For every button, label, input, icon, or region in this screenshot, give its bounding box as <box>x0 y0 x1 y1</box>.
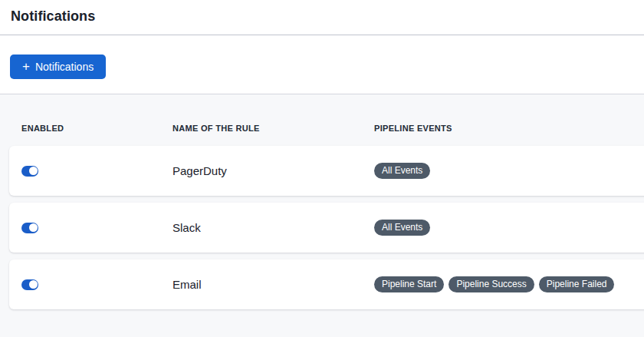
toolbar: + Notifications <box>0 35 644 94</box>
event-badge: Pipeline Start <box>374 276 444 292</box>
toggle-knob <box>29 280 38 289</box>
notification-rules-table: ENABLED NAME OF THE RULE PIPELINE EVENTS… <box>0 94 644 337</box>
page-title: Notifications <box>11 8 644 25</box>
page-header: Notifications <box>0 0 644 35</box>
add-notification-button-label: Notifications <box>35 61 94 73</box>
enabled-toggle[interactable] <box>21 166 38 177</box>
table-row: Email Pipeline StartPipeline SuccessPipe… <box>9 259 644 309</box>
pipeline-events-badges: All Events <box>374 220 644 236</box>
column-header-pipeline-events: PIPELINE EVENTS <box>374 124 644 133</box>
rule-name: PagerDuty <box>172 164 374 177</box>
column-header-enabled: ENABLED <box>21 124 172 133</box>
event-badge: Pipeline Failed <box>539 276 615 292</box>
column-header-rule-name: NAME OF THE RULE <box>172 124 374 133</box>
table-row: Slack All Events <box>9 203 644 253</box>
rule-name: Email <box>172 278 374 291</box>
toggle-knob <box>29 167 38 175</box>
plus-icon: + <box>22 60 30 73</box>
pipeline-events-badges: Pipeline StartPipeline SuccessPipeline F… <box>374 276 644 292</box>
event-badge: Pipeline Success <box>449 276 534 292</box>
event-badge: All Events <box>374 163 430 179</box>
toggle-knob <box>29 223 38 232</box>
rule-name: Slack <box>172 221 374 234</box>
table-header-row: ENABLED NAME OF THE RULE PIPELINE EVENTS <box>0 94 644 146</box>
table-row: PagerDuty All Events <box>9 146 644 196</box>
pipeline-events-badges: All Events <box>374 163 644 179</box>
add-notification-button[interactable]: + Notifications <box>10 55 106 79</box>
table-body: PagerDuty All Events Slack All Events Em… <box>0 146 644 309</box>
enabled-toggle[interactable] <box>21 279 38 290</box>
enabled-toggle[interactable] <box>21 223 38 233</box>
event-badge: All Events <box>374 220 430 236</box>
